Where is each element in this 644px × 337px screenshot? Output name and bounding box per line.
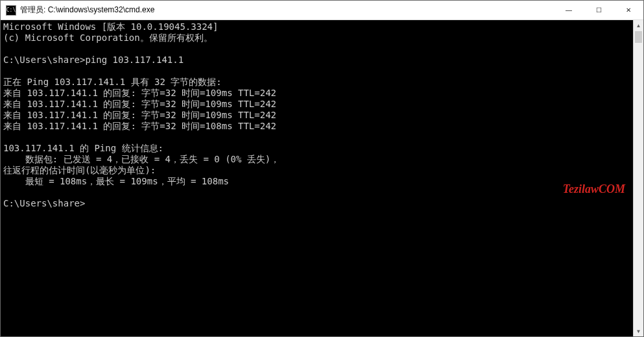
close-button[interactable]: ✕ xyxy=(614,1,643,19)
console-line: 来自 103.117.141.1 的回复: 字节=32 时间=109ms TTL… xyxy=(3,88,276,98)
scroll-down-button[interactable]: ▼ xyxy=(634,326,643,336)
maximize-button[interactable]: ☐ xyxy=(584,1,614,19)
console-line: (c) Microsoft Corporation。保留所有权利。 xyxy=(3,32,213,43)
console-prompt-line: C:\Users\share> xyxy=(3,198,85,208)
console-line: 103.117.141.1 的 Ping 统计信息: xyxy=(3,143,163,153)
console-line: 来自 103.117.141.1 的回复: 字节=32 时间=109ms TTL… xyxy=(3,110,276,120)
console-line: 来自 103.117.141.1 的回复: 字节=32 时间=109ms TTL… xyxy=(3,99,276,109)
console-area: Microsoft Windows [版本 10.0.19045.3324] (… xyxy=(1,20,643,336)
console-line: 最短 = 108ms，最长 = 109ms，平均 = 108ms xyxy=(3,176,229,186)
scroll-up-button[interactable]: ▲ xyxy=(634,20,643,31)
console-line: 往返行程的估计时间(以毫秒为单位): xyxy=(3,165,156,175)
minimize-button[interactable]: — xyxy=(554,1,584,19)
console-output[interactable]: Microsoft Windows [版本 10.0.19045.3324] (… xyxy=(1,20,633,336)
console-line: Microsoft Windows [版本 10.0.19045.3324] xyxy=(3,21,218,32)
console-prompt-line: C:\Users\share>ping 103.117.141.1 xyxy=(3,55,184,65)
cmd-window: C:\ 管理员: C:\windows\system32\cmd.exe — ☐… xyxy=(0,0,644,337)
titlebar[interactable]: C:\ 管理员: C:\windows\system32\cmd.exe — ☐… xyxy=(1,1,643,20)
console-line: 数据包: 已发送 = 4，已接收 = 4，丢失 = 0 (0% 丢失)， xyxy=(3,154,280,164)
scroll-thumb[interactable] xyxy=(635,31,642,43)
console-line: 来自 103.117.141.1 的回复: 字节=32 时间=108ms TTL… xyxy=(3,121,276,131)
console-line: 正在 Ping 103.117.141.1 具有 32 字节的数据: xyxy=(3,77,222,87)
vertical-scrollbar[interactable]: ▲ ▼ xyxy=(633,20,643,336)
app-icon: C:\ xyxy=(6,5,16,16)
window-controls: — ☐ ✕ xyxy=(554,1,643,19)
window-title: 管理员: C:\windows\system32\cmd.exe xyxy=(20,5,554,16)
